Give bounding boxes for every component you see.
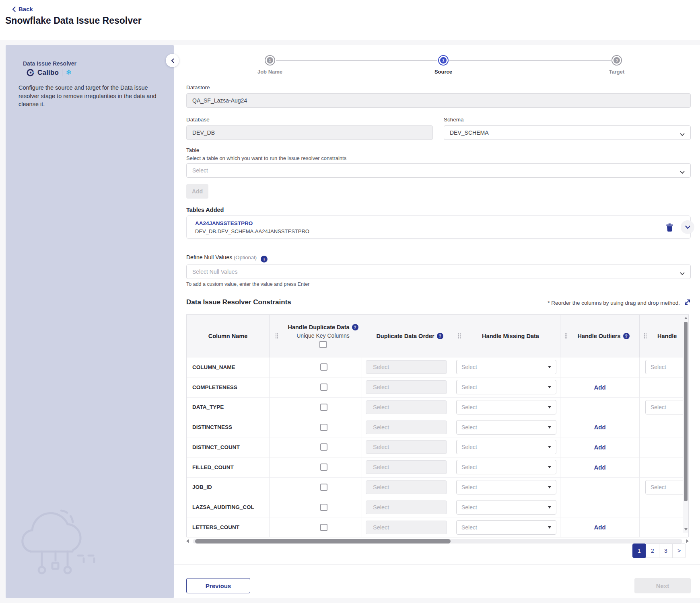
chevron-down-icon [680, 270, 685, 277]
null-values-optional: (Optional) [234, 254, 257, 260]
chevron-down-icon [685, 226, 690, 229]
handle-missing-select[interactable]: Select [456, 380, 556, 394]
scroll-right-arrow-icon[interactable] [686, 539, 689, 543]
chevron-left-icon [171, 58, 174, 63]
sidebar-collapse-button[interactable] [166, 54, 179, 67]
expand-icon[interactable] [684, 298, 691, 308]
handle-missing-select[interactable]: Select [456, 400, 556, 414]
info-icon[interactable]: i [261, 256, 268, 263]
unique-key-checkbox[interactable] [320, 524, 327, 531]
constraints-title: Data Issue Resolver Constraints [186, 298, 291, 306]
drag-handle-icon[interactable] [275, 333, 278, 339]
add-outlier-link[interactable]: Add [594, 384, 605, 391]
col-header-duplicate-order: Duplicate Data Order [376, 333, 434, 339]
duplicate-order-select-disabled: Select [366, 420, 447, 434]
datastore-value: QA_SF_Lazsa-Aug24 [192, 97, 247, 104]
unique-key-checkbox[interactable] [320, 363, 327, 371]
add-outlier-link[interactable]: Add [594, 424, 605, 431]
unique-key-checkbox[interactable] [320, 424, 327, 431]
schema-select[interactable]: DEV_SCHEMA [444, 125, 691, 140]
unique-key-select-all-checkbox[interactable] [319, 341, 327, 348]
null-values-select[interactable]: Select Null Values [186, 265, 691, 279]
add-table-button[interactable]: Add [186, 184, 208, 199]
scroll-down-arrow-icon[interactable] [684, 528, 688, 531]
snowflake-data-issue-resolver-page: Back Snowflake Data Issue Resolver Data … [0, 0, 700, 603]
brand-row: Calibo ❄ [27, 68, 71, 77]
row-column-name: DATA_TYPE [187, 398, 269, 417]
duplicate-order-select-disabled: Select [366, 400, 447, 414]
step-target[interactable]: 3 Target [593, 55, 641, 75]
added-table-path: DEV_DB.DEV_SCHEMA.AA24JANSSTESTPRO [195, 228, 309, 234]
unique-key-checkbox[interactable] [320, 443, 327, 451]
add-outlier-link[interactable]: Add [594, 464, 605, 471]
help-icon[interactable]: ? [352, 324, 358, 330]
next-button[interactable]: Next [634, 578, 691, 593]
null-values-label-text: Define Null Values [186, 254, 232, 260]
drag-handle-icon[interactable] [644, 333, 647, 339]
help-icon[interactable]: ? [623, 333, 630, 339]
previous-button[interactable]: Previous [186, 578, 250, 593]
step-label: Source [419, 69, 467, 75]
brand-name: Calibo [37, 69, 59, 77]
handle-select[interactable]: Select [645, 400, 687, 414]
back-button[interactable]: Back [12, 6, 33, 12]
schema-value: DEV_SCHEMA [450, 129, 488, 136]
handle-missing-select[interactable]: Select [456, 520, 556, 535]
step-number: 1 [267, 57, 273, 64]
table-select[interactable]: Select [186, 163, 691, 178]
handle-missing-select[interactable]: Select [456, 460, 556, 474]
unique-key-checkbox[interactable] [320, 484, 327, 491]
row-column-name: JOB_ID [187, 478, 269, 497]
col-header-handle-partial-label: Handle [657, 333, 677, 339]
unique-key-checkbox[interactable] [320, 504, 327, 511]
scroll-left-arrow-icon[interactable] [186, 539, 189, 543]
table-horizontal-scrollbar[interactable] [186, 539, 689, 544]
null-values-helper: To add a custom value, enter the value a… [186, 281, 309, 287]
added-table-name-link[interactable]: AA24JANSSTESTPRO [195, 220, 253, 226]
step-number: 2 [440, 57, 447, 64]
dropdown-arrow-icon [548, 446, 551, 448]
table-label: Table [186, 147, 199, 153]
page-button-1[interactable]: 1 [632, 544, 646, 558]
scroll-up-arrow-icon[interactable] [684, 317, 688, 319]
main-content: 1 Job Name 2 Source 3 Target Datastore Q… [174, 45, 700, 598]
add-outlier-link[interactable]: Add [594, 444, 605, 451]
table-row: LETTERS_COUNT Select Select Add [187, 517, 688, 537]
handle-missing-select[interactable]: Select [456, 360, 556, 374]
unique-key-checkbox[interactable] [320, 464, 327, 471]
help-icon[interactable]: ? [437, 333, 443, 339]
handle-select[interactable]: Select [645, 480, 687, 494]
sidebar-description: Configure the source and target for the … [19, 84, 162, 109]
row-column-name: DISTINCT_COUNT [187, 437, 269, 457]
drag-handle-icon[interactable] [458, 333, 461, 339]
table-vertical-scrollbar[interactable] [683, 315, 688, 533]
table-helper: Select a table on which you want to run … [186, 155, 346, 161]
add-outlier-link[interactable]: Add [594, 524, 605, 531]
handle-missing-select[interactable]: Select [456, 420, 556, 435]
page-button-2[interactable]: 2 [646, 544, 659, 558]
handle-missing-select[interactable]: Select [456, 440, 556, 454]
trash-icon [666, 224, 673, 232]
expand-table-row-button[interactable] [681, 220, 694, 234]
step-source[interactable]: 2 Source [419, 55, 467, 75]
page-next-button[interactable]: > [672, 544, 686, 558]
table-placeholder: Select [192, 167, 208, 174]
handle-missing-select[interactable]: Select [456, 500, 556, 515]
col-header-unique-key: Unique Key Columns [296, 332, 350, 339]
handle-missing-select[interactable]: Select [456, 480, 556, 494]
step-connector [449, 60, 611, 61]
drag-handle-icon[interactable] [564, 333, 568, 339]
unique-key-checkbox[interactable] [320, 384, 327, 391]
chevron-left-icon [12, 6, 16, 12]
horizontal-scroll-thumb[interactable] [195, 539, 451, 544]
delete-table-button[interactable] [666, 224, 673, 233]
unique-key-checkbox[interactable] [320, 404, 327, 411]
step-job-name[interactable]: 1 Job Name [246, 55, 294, 75]
vertical-scroll-thumb[interactable] [684, 322, 688, 501]
info-sidebar: Data Issue Resolver Calibo ❄ Configure t… [6, 45, 174, 598]
handle-select[interactable]: Select [645, 360, 687, 374]
duplicate-order-select-disabled: Select [366, 460, 447, 474]
page-button-3[interactable]: 3 [659, 544, 673, 558]
col-header-handle-duplicate: Handle Duplicate Data [288, 324, 349, 330]
col-header-handle-partial: Handle [639, 315, 688, 357]
